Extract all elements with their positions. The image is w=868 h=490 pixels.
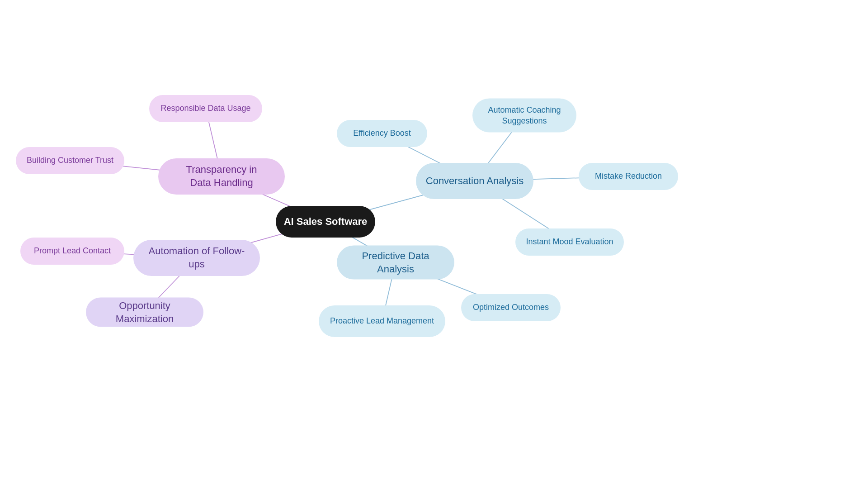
node-center: AI Sales Software — [276, 206, 375, 238]
node-proactive: Proactive Lead Management — [319, 305, 445, 337]
node-responsible: Responsible Data Usage — [149, 95, 262, 122]
node-mistake: Mistake Reduction — [579, 163, 678, 190]
node-conversation: Conversation Analysis — [416, 163, 533, 199]
node-efficiency: Efficiency Boost — [337, 120, 427, 147]
node-instant: Instant Mood Evaluation — [515, 228, 624, 256]
node-automatic: Automatic Coaching Suggestions — [472, 99, 576, 133]
node-optimized: Optimized Outcomes — [461, 294, 561, 321]
node-transparency: Transparency in Data Handling — [158, 158, 285, 195]
node-opportunity: Opportunity Maximization — [86, 298, 203, 327]
node-automation: Automation of Follow-ups — [133, 240, 260, 276]
node-prompt: Prompt Lead Contact — [20, 238, 124, 265]
node-building: Building Customer Trust — [16, 147, 124, 174]
node-predictive: Predictive Data Analysis — [337, 246, 454, 280]
connection-lines — [0, 0, 868, 490]
mind-map: AI Sales SoftwareTransparency in Data Ha… — [0, 0, 868, 490]
